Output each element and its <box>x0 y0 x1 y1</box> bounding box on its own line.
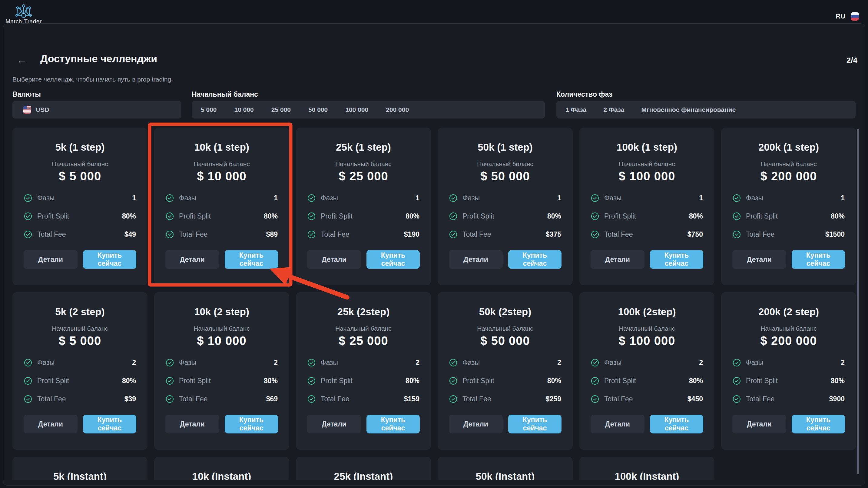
circled-check-icon <box>307 230 316 238</box>
circled-check-icon <box>733 377 741 385</box>
details-button[interactable]: Детали <box>591 415 645 433</box>
buy-now-button[interactable]: Купить сейчас <box>508 250 561 269</box>
balance-option-100000[interactable]: 100 000 <box>345 106 368 113</box>
phases-value: 1 <box>415 194 420 202</box>
card-balance-value: $ 5 000 <box>12 169 148 183</box>
details-button[interactable]: Детали <box>24 415 78 433</box>
challenge-card-14: 10k (Instant) <box>154 457 289 480</box>
buy-now-button[interactable]: Купить сейчас <box>83 415 136 433</box>
currency-option-usd[interactable]: USD <box>36 106 49 113</box>
buy-now-button[interactable]: Купить сейчас <box>650 415 703 433</box>
details-button[interactable]: Детали <box>165 415 219 433</box>
card-balance-label: Начальный баланс <box>154 325 289 332</box>
buy-now-button[interactable]: Купить сейчас <box>792 415 845 433</box>
balance-option-50000[interactable]: 50 000 <box>308 106 328 113</box>
phases-option-2[interactable]: 2 Фаза <box>603 106 624 113</box>
card-title: 50k (2step) <box>438 306 573 318</box>
buy-now-button[interactable]: Купить сейчас <box>367 250 420 269</box>
card-profit-split-row: Profit Split 80% <box>449 211 561 221</box>
details-button[interactable]: Детали <box>307 415 361 433</box>
balance-option-200000[interactable]: 200 000 <box>386 106 409 113</box>
profit-split-value: 80% <box>689 212 703 220</box>
screen: Match·Trader RU ← Доступные челленджи Вы… <box>0 0 868 488</box>
phases-label: Фазы <box>321 194 338 202</box>
profit-split-value: 80% <box>122 377 136 385</box>
profit-split-value: 80% <box>264 377 278 385</box>
card-total-fee-row: Total Fee $1500 <box>733 229 845 239</box>
total-fee-label: Total Fee <box>462 230 491 238</box>
total-fee-value: $39 <box>124 395 136 403</box>
balance-option-25000[interactable]: 25 000 <box>271 106 291 113</box>
card-title: 100k (1 step) <box>579 142 714 153</box>
back-button[interactable]: ← <box>16 53 29 67</box>
details-button[interactable]: Детали <box>307 250 361 269</box>
balance-option-5000[interactable]: 5 000 <box>201 106 217 113</box>
card-balance-label: Начальный баланс <box>721 325 856 332</box>
profit-split-value: 80% <box>547 377 561 385</box>
challenge-card-13: 5k (Instant) <box>12 457 148 480</box>
buy-now-button[interactable]: Купить сейчас <box>367 415 420 433</box>
card-balance-value: $ 100 000 <box>579 169 714 183</box>
total-fee-value: $375 <box>546 230 561 238</box>
circled-check-icon <box>733 230 741 238</box>
balance-option-10000[interactable]: 10 000 <box>235 106 254 113</box>
card-title: 25k (Instant) <box>296 471 431 480</box>
total-fee-label: Total Fee <box>746 395 775 403</box>
buy-now-button[interactable]: Купить сейчас <box>83 250 136 269</box>
profit-split-label: Profit Split <box>746 212 778 220</box>
card-buttons: Детали Купить сейчас <box>591 250 703 269</box>
total-fee-value: $900 <box>829 395 845 403</box>
profit-split-label: Profit Split <box>604 212 636 220</box>
card-balance-label: Начальный баланс <box>154 160 289 168</box>
card-profit-split-row: Profit Split 80% <box>733 376 845 385</box>
profit-split-label: Profit Split <box>179 377 211 385</box>
details-button[interactable]: Детали <box>449 250 503 269</box>
buy-now-button[interactable]: Купить сейчас <box>792 250 845 269</box>
phases-option-1[interactable]: 1 Фаза <box>565 106 586 113</box>
details-button[interactable]: Детали <box>732 415 786 433</box>
circled-check-icon <box>733 395 741 403</box>
buy-now-button[interactable]: Купить сейчас <box>225 250 278 269</box>
profit-split-label: Profit Split <box>462 377 494 385</box>
circled-check-icon <box>24 212 32 220</box>
details-button[interactable]: Детали <box>591 250 645 269</box>
phases-value: 2 <box>841 358 845 367</box>
circled-check-icon <box>307 377 316 385</box>
card-profit-split-row: Profit Split 80% <box>24 376 136 385</box>
card-phases-row: Фазы 1 <box>24 193 136 203</box>
card-buttons: Детали Купить сейчас <box>165 250 278 269</box>
buy-now-button[interactable]: Купить сейчас <box>508 415 561 433</box>
details-button[interactable]: Детали <box>24 250 78 269</box>
total-fee-value: $1500 <box>825 230 845 238</box>
buy-now-button[interactable]: Купить сейчас <box>650 250 703 269</box>
total-fee-label: Total Fee <box>746 230 775 238</box>
details-button[interactable]: Детали <box>449 415 503 433</box>
card-buttons: Детали Купить сейчас <box>732 250 845 269</box>
card-balance-label: Начальный баланс <box>579 325 714 332</box>
total-fee-label: Total Fee <box>37 230 66 238</box>
card-buttons: Детали Купить сейчас <box>307 415 420 433</box>
card-phases-row: Фазы 1 <box>449 193 561 203</box>
card-total-fee-row: Total Fee $259 <box>449 394 561 404</box>
profit-split-value: 80% <box>831 212 845 220</box>
currencies-filter[interactable]: USD <box>12 101 181 118</box>
pagination-indicator: 2/4 <box>846 56 858 65</box>
language-switcher[interactable]: RU <box>836 12 859 21</box>
phases-label: Фазы <box>321 358 338 367</box>
card-buttons: Детали Купить сейчас <box>307 250 420 269</box>
details-button[interactable]: Детали <box>732 250 786 269</box>
details-button[interactable]: Детали <box>165 250 219 269</box>
total-fee-value: $49 <box>124 230 136 238</box>
phases-option-instant[interactable]: Мгновенное финансирование <box>641 106 736 113</box>
card-phases-row: Фазы 1 <box>166 193 278 203</box>
phases-label: Фазы <box>462 358 480 367</box>
card-title: 200k (2 step) <box>721 306 856 318</box>
vertical-scrollbar[interactable] <box>857 129 859 475</box>
card-total-fee-row: Total Fee $159 <box>307 394 420 404</box>
phases-label: Фазы <box>37 194 55 202</box>
challenge-card-2: 10k (1 step) Начальный баланс $ 10 000 Ф… <box>154 127 289 285</box>
card-title: 5k (2 step) <box>12 306 148 318</box>
buy-now-button[interactable]: Купить сейчас <box>225 415 278 433</box>
total-fee-label: Total Fee <box>321 395 349 403</box>
card-title: 100k (2step) <box>579 306 714 318</box>
